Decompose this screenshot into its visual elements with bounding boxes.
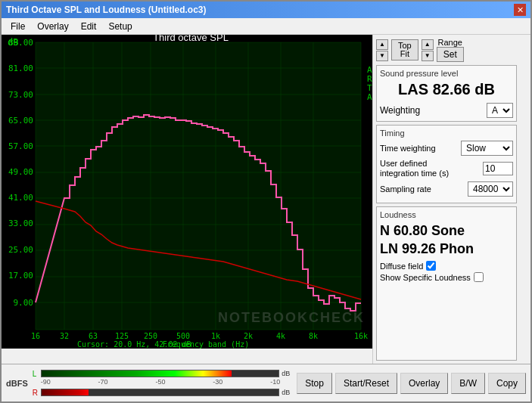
svg-text:1k: 1k (211, 332, 220, 340)
l-label: L (33, 370, 39, 378)
time-weighting-label: Time weighting (380, 144, 461, 153)
loudness-n-value: N 60.80 Sone (380, 222, 513, 240)
r-label: R (33, 389, 39, 397)
svg-text:dB: dB (8, 37, 18, 48)
loudness-title: Loudness (380, 210, 513, 219)
l-meter-track (41, 370, 280, 377)
chart-area: 89.00 81.00 73.00 65.00 57.00 49.00 41.0… (2, 35, 372, 349)
svg-text:49.00: 49.00 (8, 167, 33, 177)
copy-button[interactable]: Copy (488, 373, 526, 394)
specific-row: Show Specific Loudness (380, 272, 513, 282)
main-window: Third Octave SPL and Loudness (Untitled.… (0, 0, 532, 403)
menu-edit[interactable]: Edit (75, 20, 103, 33)
diffuse-label: Diffuse field (380, 262, 423, 271)
svg-text:500: 500 (176, 332, 190, 340)
svg-rect-1 (36, 42, 361, 330)
time-weighting-select[interactable]: Slow Fast Impulse (461, 141, 513, 156)
specific-label: Show Specific Loudness (380, 273, 471, 282)
svg-text:9.00: 9.00 (14, 298, 34, 308)
svg-text:73.00: 73.00 (8, 90, 33, 100)
top-controls: ▲ ▼ Top Fit ▲ ▼ Range Set (376, 38, 517, 62)
sampling-select[interactable]: 44100 48000 96000 (468, 181, 513, 197)
sampling-row: Sampling rate 44100 48000 96000 (380, 181, 513, 197)
l-meter-fill (42, 370, 232, 377)
top-down-arrow[interactable]: ▼ (376, 51, 388, 61)
svg-text:16k: 16k (354, 332, 368, 340)
svg-text:32: 32 (60, 332, 69, 340)
start-reset-button[interactable]: Start/Reset (335, 373, 397, 394)
range-group: Range Set (437, 38, 464, 62)
set-button[interactable]: Set (437, 47, 464, 62)
weighting-row: Weighting A B C D Z (380, 103, 513, 118)
svg-text:8k: 8k (309, 332, 318, 340)
spl-section: Sound pressure level LAS 82.66 dB Weight… (376, 65, 517, 122)
sampling-label: Sampling rate (380, 184, 468, 194)
diffuse-row: Diffuse field (380, 261, 513, 271)
svg-text:Third octave SPL: Third octave SPL (153, 35, 229, 43)
chart-svg: 89.00 81.00 73.00 65.00 57.00 49.00 41.0… (2, 35, 372, 349)
timing-section: Timing Time weighting Slow Fast Impulse … (376, 125, 517, 203)
spl-value: LAS 82.66 dB (380, 81, 513, 98)
r-db-label: dB (282, 389, 291, 396)
top-arrow-group: ▲ ▼ (376, 39, 388, 61)
window-title: Third Octave SPL and Loudness (Untitled.… (6, 5, 206, 15)
svg-text:A: A (367, 92, 372, 102)
spl-label: Sound pressure level (380, 69, 513, 78)
weighting-select[interactable]: A B C D Z (487, 103, 513, 118)
weighting-label: Weighting (380, 105, 420, 116)
svg-text:63: 63 (89, 332, 98, 340)
title-bar: Third Octave SPL and Loudness (Untitled.… (2, 2, 530, 18)
range-label: Range (438, 38, 462, 47)
top-button[interactable]: Top Fit (391, 39, 418, 60)
svg-text:16: 16 (31, 332, 40, 340)
right-panel: ▲ ▼ Top Fit ▲ ▼ Range Set Sound press (372, 35, 520, 364)
integration-input[interactable] (483, 162, 513, 175)
main-content: 89.00 81.00 73.00 65.00 57.00 49.00 41.0… (2, 35, 530, 364)
svg-text:57.00: 57.00 (8, 141, 33, 151)
r-meter-row: R dB (33, 389, 291, 397)
integration-label: User definedintegration time (s) (380, 159, 483, 178)
svg-text:2k: 2k (244, 332, 253, 340)
fit-label: Fit (398, 50, 412, 58)
stop-button[interactable]: Stop (297, 373, 332, 394)
range-down-arrow[interactable]: ▼ (422, 51, 434, 61)
level-meters: L dB -90 -70 -50 -30 -10 R dB (33, 370, 291, 397)
integration-row: User definedintegration time (s) (380, 159, 513, 178)
r-meter-track (41, 389, 280, 396)
timing-title: Timing (380, 129, 513, 138)
menu-file[interactable]: File (5, 20, 31, 33)
svg-text:4k: 4k (276, 332, 285, 340)
loudness-section: Loudness N 60.80 Sone LN 99.26 Phon Diff… (376, 206, 517, 361)
svg-text:125: 125 (115, 332, 129, 340)
bottom-buttons: Stop Start/Reset Overlay B/W Copy (297, 373, 526, 394)
l-meter-row: L dB (33, 370, 291, 378)
svg-text:65.00: 65.00 (8, 116, 33, 126)
svg-text:Frequency band (Hz): Frequency band (Hz) (163, 340, 249, 349)
svg-text:17.00: 17.00 (8, 271, 33, 281)
dbfs-label: dBFS (6, 379, 28, 388)
l-db-label: dB (282, 370, 291, 377)
svg-text:25.00: 25.00 (8, 245, 33, 255)
svg-text:250: 250 (144, 332, 157, 340)
top-up-arrow[interactable]: ▲ (376, 39, 388, 50)
meter-ticks: -90 -70 -50 -30 -10 (33, 378, 291, 386)
specific-checkbox[interactable] (474, 272, 484, 282)
range-arrow-group: ▲ ▼ (422, 39, 434, 61)
menu-overlay[interactable]: Overlay (31, 20, 74, 33)
loudness-ln-value: LN 99.26 Phon (380, 240, 513, 258)
svg-text:41.00: 41.00 (8, 193, 33, 203)
time-weighting-row: Time weighting Slow Fast Impulse (380, 141, 513, 156)
menu-bar: File Overlay Edit Setup (2, 18, 530, 35)
close-button[interactable]: ✕ (514, 4, 526, 16)
r-meter-fill (42, 389, 89, 395)
range-up-arrow[interactable]: ▲ (422, 39, 434, 50)
bw-button[interactable]: B/W (451, 373, 485, 394)
diffuse-checkbox[interactable] (426, 261, 436, 271)
svg-text:33.00: 33.00 (8, 219, 33, 228)
bottom-bar: dBFS L dB -90 -70 -50 -30 -10 R (2, 364, 530, 401)
menu-setup[interactable]: Setup (102, 20, 138, 33)
overlay-button[interactable]: Overlay (400, 373, 448, 394)
watermark: NOTEBOOKCHECK (218, 310, 365, 326)
svg-text:81.00: 81.00 (8, 64, 33, 73)
